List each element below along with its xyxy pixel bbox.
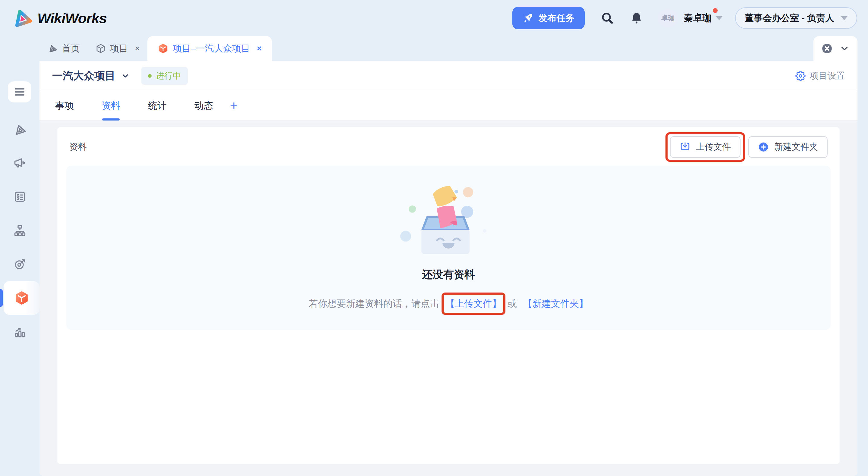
- caret-down-icon: [716, 16, 722, 20]
- files-card: 资料 上传文件: [57, 127, 840, 464]
- publish-task-button[interactable]: 发布任务: [513, 7, 585, 29]
- hint-or: 或: [507, 297, 517, 310]
- files-card-header: 资料 上传文件: [57, 127, 840, 158]
- project-title: 一汽大众项目: [52, 69, 116, 83]
- tab-project-detail-close-icon[interactable]: ×: [257, 44, 261, 53]
- upload-file-label: 上传文件: [696, 141, 731, 153]
- files-section-title: 资料: [69, 141, 87, 153]
- home-tab-icon: [47, 43, 58, 54]
- tab-activity[interactable]: 动态: [193, 91, 215, 121]
- sidebar-item-workspace[interactable]: [0, 118, 39, 141]
- tab-strip: 首页 项目 × 项目–一汽大众项目 ×: [39, 36, 868, 61]
- tab-project-detail-label: 项目–一汽大众项目: [173, 42, 250, 55]
- project-settings-label: 项目设置: [810, 70, 845, 82]
- new-folder-label: 新建文件夹: [774, 141, 818, 153]
- user-name: 秦卓珈: [684, 12, 712, 24]
- main-panel: 一汽大众项目 进行中 项目设置 事项 资: [39, 61, 858, 476]
- content-region: 资料 上传文件: [39, 121, 858, 476]
- new-folder-button[interactable]: 新建文件夹: [748, 136, 828, 158]
- status-dot: [148, 74, 152, 78]
- plus-circle-icon: [758, 141, 769, 153]
- sidebar-item-projects-active[interactable]: [4, 281, 39, 315]
- project-cube-icon: [14, 290, 29, 306]
- tab-project-detail-active[interactable]: 项目–一汽大众项目 ×: [147, 36, 272, 61]
- sidebar-active-indicator: [0, 289, 3, 307]
- project-title-dropdown[interactable]: 一汽大众项目: [52, 69, 130, 83]
- user-notification-dot: [713, 8, 718, 13]
- gear-icon: [795, 71, 806, 81]
- avatar-initials: 卓珈: [661, 13, 675, 23]
- chevron-down-icon: [121, 71, 130, 81]
- sidebar-item-tasks[interactable]: [0, 185, 39, 209]
- workspace-triangle-icon: [13, 123, 27, 136]
- tab-files-active[interactable]: 资料: [100, 91, 122, 121]
- sidebar-item-announcements[interactable]: [0, 151, 39, 175]
- org-selector[interactable]: 董事会办公室 - 负责人: [735, 7, 857, 29]
- cube-outline-icon: [96, 43, 106, 54]
- caret-down-icon: [841, 16, 847, 20]
- tab-items[interactable]: 事项: [53, 91, 76, 121]
- sidebar-item-statistics[interactable]: [0, 320, 39, 344]
- stats-chart-icon: [13, 326, 27, 339]
- menu-toggle-button[interactable]: [8, 81, 31, 102]
- user-menu[interactable]: 秦卓珈: [684, 12, 722, 24]
- empty-state-caption: 若你想要新建资料的话，请点击 【上传文件】 或 【新建文件夹】: [309, 297, 588, 310]
- upload-file-button[interactable]: 上传文件: [670, 136, 741, 158]
- megaphone-icon: [13, 156, 27, 169]
- avatar[interactable]: 卓珈: [658, 8, 678, 28]
- brand-logo: WikiWorks: [12, 8, 107, 28]
- rocket-icon: [523, 13, 533, 24]
- brand-mark-icon: [12, 8, 32, 28]
- tab-statistics[interactable]: 统计: [146, 91, 168, 121]
- project-tabs: 事项 资料 统计 动态 +: [39, 91, 858, 121]
- empty-box-illustration: [394, 180, 503, 258]
- status-label: 进行中: [156, 70, 181, 82]
- empty-state-title: 还没有资料: [422, 267, 475, 282]
- empty-state: 还没有资料 若你想要新建资料的话，请点击 【上传文件】 或 【新建文件夹】: [66, 166, 831, 330]
- tab-home-label: 首页: [62, 42, 80, 55]
- close-all-tabs-icon[interactable]: [821, 43, 833, 54]
- project-settings-button[interactable]: 项目设置: [795, 70, 845, 82]
- org-selector-label: 董事会办公室 - 负责人: [745, 12, 834, 24]
- hint-prefix: 若你想要新建资料的话，请点击: [309, 297, 439, 310]
- status-badge: 进行中: [141, 67, 188, 85]
- notifications-bell-icon[interactable]: [630, 11, 643, 25]
- sidebar-item-goals[interactable]: [0, 252, 39, 276]
- publish-task-label: 发布任务: [538, 12, 575, 24]
- sidebar-item-organization[interactable]: [0, 218, 39, 243]
- upload-file-link[interactable]: 【上传文件】: [445, 298, 501, 309]
- new-folder-link[interactable]: 【新建文件夹】: [523, 297, 588, 310]
- tab-home[interactable]: 首页: [39, 36, 88, 61]
- add-tab-button[interactable]: +: [230, 91, 238, 121]
- tab-projects-label: 项目: [110, 42, 128, 55]
- checklist-icon: [13, 190, 27, 203]
- tabs-chevron-down-icon[interactable]: [839, 43, 849, 54]
- target-icon: [13, 258, 27, 271]
- sidebar: [0, 36, 39, 476]
- project-header: 一汽大众项目 进行中 项目设置: [39, 61, 858, 91]
- app-header: WikiWorks 发布任务 卓珈 秦卓珈 董事会办公室: [0, 0, 868, 36]
- upload-icon: [680, 141, 690, 153]
- hamburger-menu-icon: [13, 85, 26, 98]
- tab-projects-close-icon[interactable]: ×: [135, 44, 140, 53]
- brand-name: WikiWorks: [37, 10, 107, 27]
- org-chart-icon: [13, 224, 27, 237]
- search-icon[interactable]: [600, 11, 614, 25]
- tab-strip-controls: [813, 36, 858, 61]
- tab-projects[interactable]: 项目 ×: [88, 36, 147, 61]
- cube-orange-icon: [158, 43, 168, 54]
